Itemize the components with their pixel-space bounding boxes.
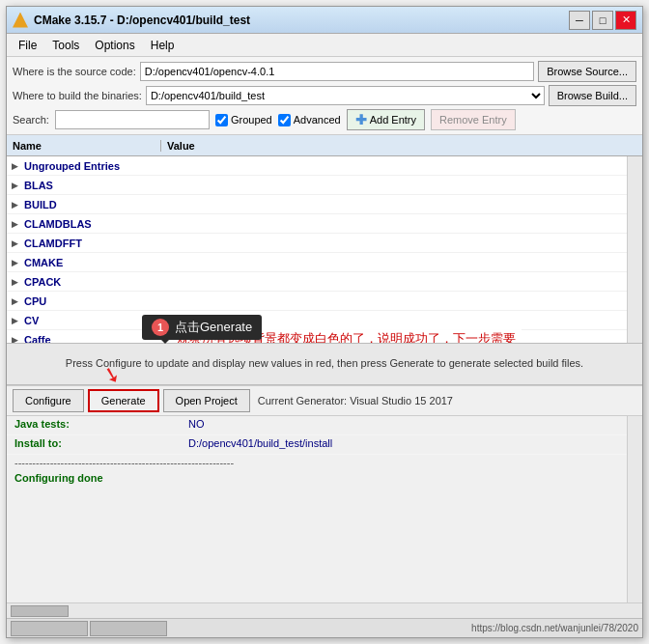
menu-tools[interactable]: Tools <box>44 37 87 54</box>
configure-button[interactable]: Configure <box>13 389 84 412</box>
output-done: Configuring done <box>7 470 627 486</box>
status-left <box>11 621 167 636</box>
output-vscrollbar[interactable] <box>627 416 642 602</box>
table-row[interactable]: ▶ CLAMDBLAS <box>7 214 627 234</box>
plus-icon: ✚ <box>355 112 367 127</box>
row-name: BUILD <box>22 199 161 210</box>
main-area: Name Value ▶ Ungrouped Entries ▶ BLAS <box>7 135 642 637</box>
menu-help[interactable]: Help <box>143 37 183 54</box>
row-name: CPACK <box>22 276 161 288</box>
output-panel: Java tests: NO Install to: D:/opencv401/… <box>7 416 642 602</box>
output-content[interactable]: Java tests: NO Install to: D:/opencv401/… <box>7 416 627 602</box>
table-row[interactable]: ▶ CPACK <box>7 272 627 292</box>
expand-icon[interactable]: ▶ <box>7 219 22 229</box>
table-row[interactable]: ▶ Caffe <box>7 330 627 343</box>
window-controls: ─ □ ✕ <box>569 11 636 30</box>
minimize-button[interactable]: ─ <box>569 11 590 30</box>
hscroll-area[interactable] <box>7 602 642 618</box>
cmake-icon <box>13 13 28 28</box>
browse-source-button[interactable]: Browse Source... <box>538 61 636 82</box>
row-name: Caffe <box>22 334 161 344</box>
expand-icon[interactable]: ▶ <box>7 238 22 248</box>
table-body[interactable]: ▶ Ungrouped Entries ▶ BLAS ▶ BUILD <box>7 156 627 343</box>
window-title: CMake 3.15.7 - D:/opencv401/build_test <box>34 14 569 27</box>
step-number: 1 <box>152 319 169 336</box>
advanced-label: Advanced <box>294 114 341 126</box>
source-label: Where is the source code: <box>13 66 136 77</box>
table-row[interactable]: ▶ CV <box>7 311 627 330</box>
table-row[interactable]: ▶ CPU <box>7 292 627 311</box>
table-row[interactable]: ▶ BUILD <box>7 195 627 214</box>
expand-icon[interactable]: ▶ <box>7 161 22 171</box>
build-row: Where to build the binaries: D:/opencv40… <box>13 85 636 106</box>
status-right-text: https://blog.csdn.net/wanjunlei/78/2020 <box>471 623 638 633</box>
output-val: NO <box>188 418 619 430</box>
bottom-status-bar: https://blog.csdn.net/wanjunlei/78/2020 <box>7 618 642 637</box>
tooltip-bubble: 1 点击Generate <box>142 315 262 340</box>
row-name: BLAS <box>22 180 161 191</box>
build-label: Where to build the binaries: <box>13 90 142 101</box>
search-row: Search: Grouped Advanced ✚ Add Entry Rem… <box>13 109 636 130</box>
generator-label: Current Generator: Visual Studio 15 2017 <box>258 395 453 406</box>
grouped-label: Grouped <box>231 114 272 126</box>
expand-icon[interactable]: ▶ <box>7 200 22 210</box>
table-row[interactable]: ▶ CMAKE <box>7 253 627 272</box>
row-name: CMAKE <box>22 257 161 268</box>
menu-file[interactable]: File <box>11 37 44 54</box>
generate-button[interactable]: Generate <box>88 389 159 412</box>
output-val: D:/opencv401/build_test/install <box>188 437 619 449</box>
expand-icon[interactable]: ▶ <box>7 335 22 344</box>
expand-icon[interactable]: ▶ <box>7 258 22 267</box>
add-entry-label: Add Entry <box>370 114 416 126</box>
row-name: CPU <box>22 295 161 307</box>
table-scroll-wrapper: ▶ Ungrouped Entries ▶ BLAS ▶ BUILD <box>7 156 642 343</box>
output-key: Install to: <box>14 437 188 449</box>
status-segment-2 <box>90 621 167 636</box>
main-window: CMake 3.15.7 - D:/opencv401/build_test ─… <box>6 6 643 638</box>
table-vscrollbar[interactable] <box>627 156 642 343</box>
hscroll-thumb[interactable] <box>11 605 69 617</box>
toolbar: Where is the source code: Browse Source.… <box>7 57 642 135</box>
status-text: Press Configure to update and display ne… <box>58 354 591 373</box>
output-row-java: Java tests: NO <box>7 416 627 435</box>
output-row-install: Install to: D:/opencv401/build_test/inst… <box>7 435 627 455</box>
advanced-checkbox-label[interactable]: Advanced <box>278 114 341 126</box>
row-name: Ungrouped Entries <box>22 160 161 172</box>
table-row[interactable]: ▶ BLAS <box>7 176 627 195</box>
row-name: CLAMDFFT <box>22 238 161 249</box>
row-name: CV <box>22 315 161 326</box>
maximize-button[interactable]: □ <box>592 11 613 30</box>
open-project-button[interactable]: Open Project <box>163 389 250 412</box>
advanced-checkbox[interactable] <box>278 114 291 126</box>
build-select[interactable]: D:/opencv401/build_test <box>146 86 545 105</box>
expand-icon[interactable]: ▶ <box>7 296 22 306</box>
source-input[interactable] <box>140 62 534 81</box>
search-input[interactable] <box>55 110 210 129</box>
row-name: CLAMDBLAS <box>22 218 161 230</box>
grouped-checkbox-label[interactable]: Grouped <box>215 114 272 126</box>
menu-options[interactable]: Options <box>87 37 142 54</box>
expand-icon[interactable]: ▶ <box>7 181 22 190</box>
grouped-checkbox[interactable] <box>215 114 228 126</box>
source-row: Where is the source code: Browse Source.… <box>13 61 636 82</box>
remove-entry-button[interactable]: Remove Entry <box>431 109 516 130</box>
output-divider: ----------------------------------------… <box>7 455 627 470</box>
status-segment-1 <box>11 621 88 636</box>
table-section: ▶ Ungrouped Entries ▶ BLAS ▶ BUILD <box>7 156 642 343</box>
title-bar: CMake 3.15.7 - D:/opencv401/build_test ─… <box>7 7 642 34</box>
menu-bar: File Tools Options Help <box>7 34 642 57</box>
status-line2: files. <box>562 357 584 369</box>
table-row[interactable]: ▶ CLAMDFFT <box>7 234 627 253</box>
col-value-header: Value <box>161 140 627 152</box>
tooltip-label: 点击Generate <box>175 319 252 336</box>
add-entry-button[interactable]: ✚ Add Entry <box>347 109 425 130</box>
table-row[interactable]: ▶ Ungrouped Entries <box>7 156 627 176</box>
output-key: Java tests: <box>14 418 188 430</box>
table-header: Name Value <box>7 135 642 156</box>
expand-icon[interactable]: ▶ <box>7 277 22 287</box>
search-label: Search: <box>13 114 49 126</box>
browse-build-button[interactable]: Browse Build... <box>549 85 636 106</box>
expand-icon[interactable]: ▶ <box>7 316 22 325</box>
close-button[interactable]: ✕ <box>615 11 636 30</box>
status-inner: https://blog.csdn.net/wanjunlei/78/2020 <box>11 621 638 636</box>
